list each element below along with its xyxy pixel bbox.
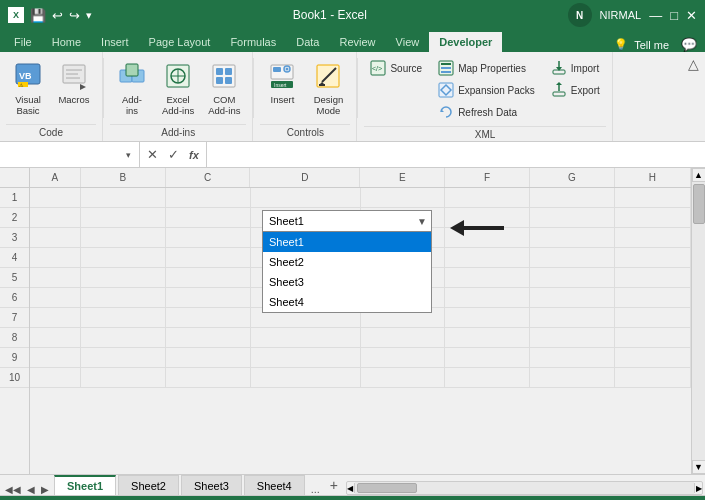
tab-home[interactable]: Home xyxy=(42,32,91,52)
cell-g2[interactable] xyxy=(530,208,615,227)
cell-h8[interactable] xyxy=(615,328,691,347)
cell-f6[interactable] xyxy=(445,288,530,307)
tab-formulas[interactable]: Formulas xyxy=(220,32,286,52)
cell-b10[interactable] xyxy=(81,368,166,387)
cell-b2[interactable] xyxy=(81,208,166,227)
add-ins-button[interactable]: Add-ins xyxy=(110,56,154,121)
cell-c1[interactable] xyxy=(166,188,251,207)
tab-developer[interactable]: Developer xyxy=(429,32,502,52)
redo-btn[interactable]: ↪ xyxy=(69,8,80,23)
cell-h10[interactable] xyxy=(615,368,691,387)
visual-basic-button[interactable]: VB ⚠ VisualBasic xyxy=(6,56,50,121)
cell-a8[interactable] xyxy=(30,328,81,347)
cell-g7[interactable] xyxy=(530,308,615,327)
cell-c8[interactable] xyxy=(166,328,251,347)
dropdown-option-sheet2[interactable]: Sheet2 xyxy=(263,252,431,272)
sheet-tab-sheet4[interactable]: Sheet4 xyxy=(244,475,305,495)
share-icon[interactable]: 💬 xyxy=(681,37,697,52)
close-btn[interactable]: ✕ xyxy=(686,8,697,23)
dropdown-select[interactable]: Sheet1 ▼ xyxy=(262,210,432,232)
tab-view[interactable]: View xyxy=(386,32,430,52)
sheet-next-btn[interactable]: ▶ xyxy=(38,484,52,495)
scroll-down-btn[interactable]: ▼ xyxy=(692,460,706,474)
tell-me-label[interactable]: Tell me xyxy=(634,39,669,51)
quick-save-btn[interactable]: 💾 xyxy=(30,8,46,23)
cell-c4[interactable] xyxy=(166,248,251,267)
cell-a5[interactable] xyxy=(30,268,81,287)
refresh-data-button[interactable]: Refresh Data xyxy=(434,102,539,122)
name-box[interactable]: ▾ xyxy=(0,142,140,167)
cell-g5[interactable] xyxy=(530,268,615,287)
cell-c6[interactable] xyxy=(166,288,251,307)
export-button[interactable]: Export xyxy=(547,80,604,100)
tab-review[interactable]: Review xyxy=(329,32,385,52)
insert-control-button[interactable]: Insert Insert xyxy=(260,56,304,109)
cell-f9[interactable] xyxy=(445,348,530,367)
cell-g4[interactable] xyxy=(530,248,615,267)
source-button[interactable]: </> Source xyxy=(366,58,426,78)
cell-b3[interactable] xyxy=(81,228,166,247)
insert-function-btn[interactable]: fx xyxy=(186,148,202,162)
cell-b5[interactable] xyxy=(81,268,166,287)
ribbon-collapse-btn[interactable]: △ xyxy=(682,52,705,141)
cell-b9[interactable] xyxy=(81,348,166,367)
cell-g1[interactable] xyxy=(530,188,615,207)
sheet-tab-sheet2[interactable]: Sheet2 xyxy=(118,475,179,495)
cell-f5[interactable] xyxy=(445,268,530,287)
scroll-right-btn[interactable]: ▶ xyxy=(694,483,702,493)
com-add-ins-button[interactable]: COMAdd-ins xyxy=(202,56,246,121)
cell-b8[interactable] xyxy=(81,328,166,347)
cell-h9[interactable] xyxy=(615,348,691,367)
vertical-scrollbar[interactable]: ▲ ▼ xyxy=(691,168,705,474)
h-scroll-thumb[interactable] xyxy=(357,483,417,493)
cell-h3[interactable] xyxy=(615,228,691,247)
cell-d10[interactable] xyxy=(251,368,361,387)
macros-button[interactable]: Macros xyxy=(52,56,96,109)
undo-btn[interactable]: ↩ xyxy=(52,8,63,23)
cell-b7[interactable] xyxy=(81,308,166,327)
design-mode-button[interactable]: DesignMode xyxy=(306,56,350,121)
name-box-dropdown[interactable]: ▾ xyxy=(126,150,131,160)
cell-h1[interactable] xyxy=(615,188,691,207)
cell-g9[interactable] xyxy=(530,348,615,367)
sheet-more-btn[interactable]: ... xyxy=(307,483,324,495)
dropdown-option-sheet4[interactable]: Sheet4 xyxy=(263,292,431,312)
sheet-tab-sheet3[interactable]: Sheet3 xyxy=(181,475,242,495)
scroll-up-btn[interactable]: ▲ xyxy=(692,168,706,182)
cell-e1[interactable] xyxy=(361,188,446,207)
h-scroll-track[interactable] xyxy=(355,482,694,494)
cell-e10[interactable] xyxy=(361,368,446,387)
dropdown-option-sheet3[interactable]: Sheet3 xyxy=(263,272,431,292)
cell-g3[interactable] xyxy=(530,228,615,247)
cell-a7[interactable] xyxy=(30,308,81,327)
cancel-formula-btn[interactable]: ✕ xyxy=(144,146,161,163)
scroll-left-btn[interactable]: ◀ xyxy=(347,483,355,493)
tab-page-layout[interactable]: Page Layout xyxy=(139,32,221,52)
cell-f8[interactable] xyxy=(445,328,530,347)
cell-c7[interactable] xyxy=(166,308,251,327)
tab-insert[interactable]: Insert xyxy=(91,32,139,52)
cell-h6[interactable] xyxy=(615,288,691,307)
scroll-thumb[interactable] xyxy=(693,184,705,224)
cell-d9[interactable] xyxy=(251,348,361,367)
cell-a10[interactable] xyxy=(30,368,81,387)
import-button[interactable]: Import xyxy=(547,58,604,78)
cell-g8[interactable] xyxy=(530,328,615,347)
cell-a4[interactable] xyxy=(30,248,81,267)
user-avatar[interactable]: N xyxy=(568,3,592,27)
cell-b1[interactable] xyxy=(81,188,166,207)
sheet-tab-sheet1[interactable]: Sheet1 xyxy=(54,475,116,495)
cell-h4[interactable] xyxy=(615,248,691,267)
cell-c9[interactable] xyxy=(166,348,251,367)
cell-a9[interactable] xyxy=(30,348,81,367)
scroll-track[interactable] xyxy=(692,182,705,460)
cell-a2[interactable] xyxy=(30,208,81,227)
cell-d8[interactable] xyxy=(251,328,361,347)
cell-h2[interactable] xyxy=(615,208,691,227)
sheet-first-btn[interactable]: ◀◀ xyxy=(2,484,24,495)
maximize-btn[interactable]: □ xyxy=(670,8,678,23)
expansion-packs-button[interactable]: Expansion Packs xyxy=(434,80,539,100)
cell-a1[interactable] xyxy=(30,188,81,207)
cell-b4[interactable] xyxy=(81,248,166,267)
dropdown-list[interactable]: Sheet1 Sheet2 Sheet3 Sheet4 xyxy=(262,232,432,313)
